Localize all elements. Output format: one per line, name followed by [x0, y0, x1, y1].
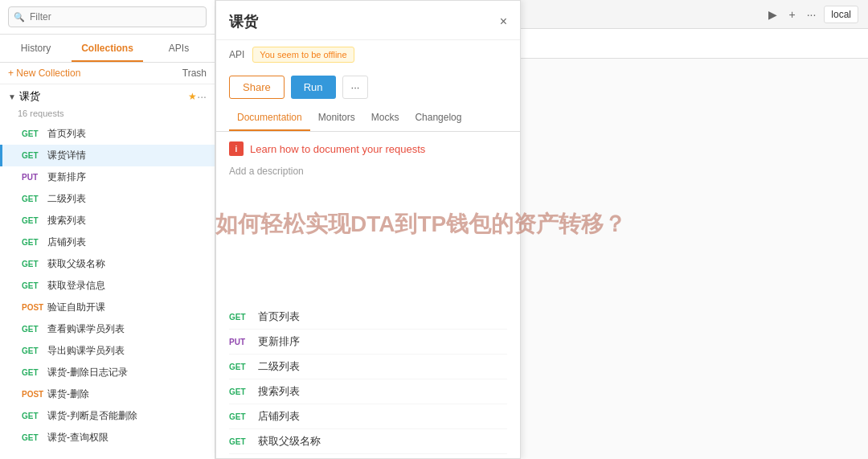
more-button[interactable]: ··· [342, 76, 369, 99]
panel-request-name: 更新排序 [258, 334, 300, 349]
method-badge-get: GET [22, 216, 47, 225]
request-item[interactable]: GET 搜索列表 [0, 210, 215, 232]
panel-subtab-mocks[interactable]: Mocks [363, 105, 407, 131]
request-item[interactable]: GET 查看购课学员列表 [0, 318, 215, 340]
panel-method-badge: GET [229, 437, 258, 446]
panel-subtab-changelog[interactable]: Changelog [407, 105, 469, 131]
request-item[interactable]: GET 首页列表 [0, 123, 215, 145]
request-item[interactable]: POST 验证自助开课 [0, 297, 215, 318]
add-description-link[interactable]: Add a description [229, 166, 507, 177]
collection-header[interactable]: ▼ 课货 ★ ··· [0, 84, 215, 109]
panel-body: i Learn how to document your requests Ad… [216, 132, 520, 305]
request-item[interactable]: GET 获取登录信息 [0, 275, 215, 297]
collection-panel: 课货 × API You seem to be offline Share Ru… [215, 0, 521, 459]
panel-api-row: API You seem to be offline [216, 40, 520, 69]
more-tabs-icon[interactable]: ··· [804, 6, 820, 23]
request-item[interactable]: PUT 更新排序 [0, 166, 215, 188]
tab-history[interactable]: History [0, 35, 72, 62]
sidebar-content: ▼ 课货 ★ ··· 16 requests GET 首页列表 GET 课货详情… [0, 84, 215, 459]
panel-header: 课货 × [216, 1, 520, 40]
method-badge-post: POST [22, 390, 47, 399]
request-name: 课货-删除日志记录 [47, 366, 207, 379]
sidebar-tabs: History Collections APIs [0, 35, 215, 63]
panel-actions: Share Run ··· [216, 69, 520, 105]
sidebar-search-area: 🔍 [0, 0, 215, 35]
method-badge-get: GET [22, 281, 47, 290]
collection-more-icon[interactable]: ··· [197, 90, 207, 103]
request-name: 首页列表 [47, 127, 207, 141]
tab-collections[interactable]: Collections [72, 35, 143, 62]
request-item[interactable]: GET 课货-删除日志记录 [0, 362, 215, 383]
new-collection-button[interactable]: + New Collection [8, 68, 80, 79]
method-badge-get: GET [22, 346, 47, 355]
env-selector[interactable]: local [824, 6, 858, 23]
panel-request-name: 首页列表 [258, 309, 300, 324]
method-badge-get: GET [22, 238, 47, 247]
panel-subtabs: Documentation Monitors Mocks Changelog [216, 105, 520, 132]
method-badge-post: POST [22, 303, 47, 312]
sidebar: 🔍 History Collections APIs + New Collect… [0, 0, 215, 459]
request-item[interactable]: GET 导出购课学员列表 [0, 340, 215, 362]
collection-name: 课货 [19, 89, 185, 104]
request-name: 课货-删除 [47, 387, 207, 401]
panel-request-name: 二级列表 [258, 359, 300, 374]
add-tab-icon[interactable]: + [785, 6, 798, 23]
request-name: 二级列表 [47, 192, 207, 206]
panel-request-name: 获取父级名称 [258, 434, 321, 449]
request-name: 更新排序 [47, 170, 207, 184]
tabs-extra: ▶ + ··· local [765, 6, 865, 23]
request-name: 课货-判断是否能删除 [47, 409, 207, 423]
request-item[interactable]: POST 课货-删除 [0, 383, 215, 405]
request-item[interactable]: GET 二级列表 [0, 188, 215, 210]
play-icon[interactable]: ▶ [765, 6, 780, 23]
trash-button[interactable]: Trash [182, 68, 207, 79]
filter-input[interactable] [8, 6, 207, 27]
panel-subtab-monitors[interactable]: Monitors [310, 105, 363, 131]
panel-request-row[interactable]: GET 搜索列表 [229, 379, 507, 404]
tab-apis[interactable]: APIs [143, 35, 215, 62]
method-badge-get: GET [22, 151, 47, 160]
request-name: 店铺列表 [47, 236, 207, 249]
collection-toggle-icon: ▼ [8, 92, 16, 101]
method-badge-get: GET [22, 325, 47, 334]
request-name: 查看购课学员列表 [47, 322, 207, 336]
request-name: 获取父级名称 [47, 257, 207, 271]
panel-request-name: 店铺列表 [258, 409, 300, 424]
api-label: API [229, 49, 244, 60]
panel-request-row[interactable]: GET 首页列表 [229, 305, 507, 330]
panel-requests-list: GET 首页列表 PUT 更新排序 GET 二级列表 GET 搜索列表 GET … [216, 305, 520, 458]
request-name: 搜索列表 [47, 214, 207, 227]
collection-count: 16 requests [0, 109, 215, 123]
panel-request-row[interactable]: PUT 更新排序 [229, 330, 507, 354]
request-item[interactable]: GET 课货-判断是否能删除 [0, 405, 215, 427]
panel-request-row[interactable]: GET 获取父级名称 [229, 429, 507, 454]
run-button[interactable]: Run [291, 76, 336, 99]
panel-method-badge: GET [229, 387, 258, 396]
panel-close-button[interactable]: × [500, 14, 507, 29]
method-badge-get: GET [22, 368, 47, 377]
request-item[interactable]: GET 课货详情 [0, 145, 215, 166]
panel-subtab-documentation[interactable]: Documentation [229, 105, 310, 131]
learn-icon: i [229, 141, 244, 156]
share-button[interactable]: Share [229, 76, 285, 99]
request-name: 验证自助开课 [47, 301, 207, 314]
request-item[interactable]: GET 课货-查询权限 [0, 427, 215, 449]
method-badge-get: GET [22, 129, 47, 138]
panel-method-badge: GET [229, 412, 258, 421]
request-name: 课货-查询权限 [47, 431, 207, 445]
request-name: 获取登录信息 [47, 279, 207, 293]
panel-request-row[interactable]: GET 二级列表 [229, 354, 507, 379]
request-item[interactable]: GET 店铺列表 [0, 232, 215, 253]
panel-request-row[interactable]: GET 获取登录信息 [229, 454, 507, 458]
method-badge-get: GET [22, 260, 47, 268]
request-item[interactable]: GET 获取父级名称 [0, 253, 215, 275]
panel-title: 课货 [229, 12, 258, 31]
request-name: 导出购课学员列表 [47, 344, 207, 358]
learn-link[interactable]: i Learn how to document your requests [229, 141, 507, 156]
panel-request-name: 搜索列表 [258, 384, 300, 399]
panel-request-row[interactable]: GET 店铺列表 [229, 404, 507, 429]
collection-star-icon[interactable]: ★ [188, 91, 197, 102]
panel-method-badge: GET [229, 313, 258, 322]
learn-link-text: Learn how to document your requests [250, 143, 425, 155]
method-badge-put: PUT [22, 173, 47, 182]
